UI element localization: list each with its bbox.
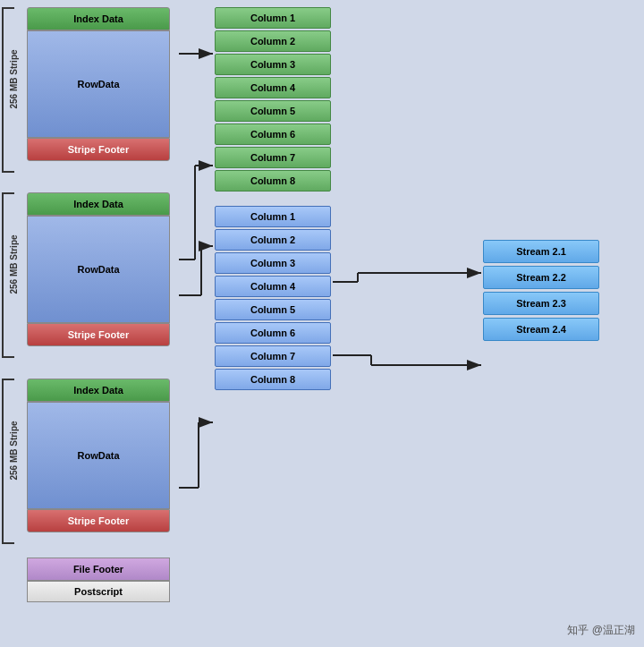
diagram-container: 256 MB Stripe Index Data RowData Stripe … (0, 0, 644, 647)
col-group2-item-3: Column 3 (215, 252, 331, 274)
column-group-2: Column 1Column 2Column 3Column 4Column 5… (215, 206, 331, 392)
col-group2-item-2: Column 2 (215, 229, 331, 251)
stripe2-label: 256 MB Stripe (9, 225, 19, 305)
file-footer-group: File Footer Postscript (27, 558, 170, 602)
stripe3-label: 256 MB Stripe (9, 411, 19, 491)
stripe1-label: 256 MB Stripe (9, 39, 19, 120)
col-group2-item-7: Column 7 (215, 345, 331, 367)
file-footer: File Footer (27, 558, 170, 581)
stripe1-row: RowData (27, 30, 170, 138)
col-group2-item-8: Column 8 (215, 369, 331, 390)
col-group1-item-4: Column 4 (215, 77, 331, 98)
stripe2-footer: Stripe Footer (27, 323, 170, 346)
col-group2-item-4: Column 4 (215, 276, 331, 297)
col-group2-item-6: Column 6 (215, 322, 331, 344)
col-group1-item-8: Column 8 (215, 170, 331, 192)
streams-group: Stream 2.1Stream 2.2Stream 2.3Stream 2.4 (483, 240, 599, 344)
stripe1-footer: Stripe Footer (27, 138, 170, 161)
stripe2-index: Index Data (27, 192, 170, 216)
stripe2-row: RowData (27, 216, 170, 323)
col-group2-item-5: Column 5 (215, 299, 331, 320)
stripe-2: 256 MB Stripe Index Data RowData Stripe … (27, 192, 170, 346)
col-group2-item-1: Column 1 (215, 206, 331, 227)
stripe3-index: Index Data (27, 379, 170, 402)
stripe3-footer: Stripe Footer (27, 509, 170, 532)
stripe-1: 256 MB Stripe Index Data RowData Stripe … (27, 7, 170, 161)
stream-item-3: Stream 2.3 (483, 292, 599, 315)
watermark: 知乎 @温正湖 (567, 623, 635, 638)
col-group1-item-1: Column 1 (215, 7, 331, 29)
column-group-1: Column 1Column 2Column 3Column 4Column 5… (215, 7, 331, 193)
col-group1-item-6: Column 6 (215, 123, 331, 145)
stripe-3: 256 MB Stripe Index Data RowData Stripe … (27, 379, 170, 532)
stream-item-1: Stream 2.1 (483, 240, 599, 263)
stripe3-row: RowData (27, 402, 170, 509)
stream-item-2: Stream 2.2 (483, 266, 599, 289)
stream-item-4: Stream 2.4 (483, 318, 599, 341)
stripe1-index: Index Data (27, 7, 170, 30)
col-group1-item-2: Column 2 (215, 30, 331, 52)
postscript: Postscript (27, 581, 170, 602)
col-group1-item-5: Column 5 (215, 100, 331, 122)
col-group1-item-7: Column 7 (215, 147, 331, 168)
col-group1-item-3: Column 3 (215, 54, 331, 75)
